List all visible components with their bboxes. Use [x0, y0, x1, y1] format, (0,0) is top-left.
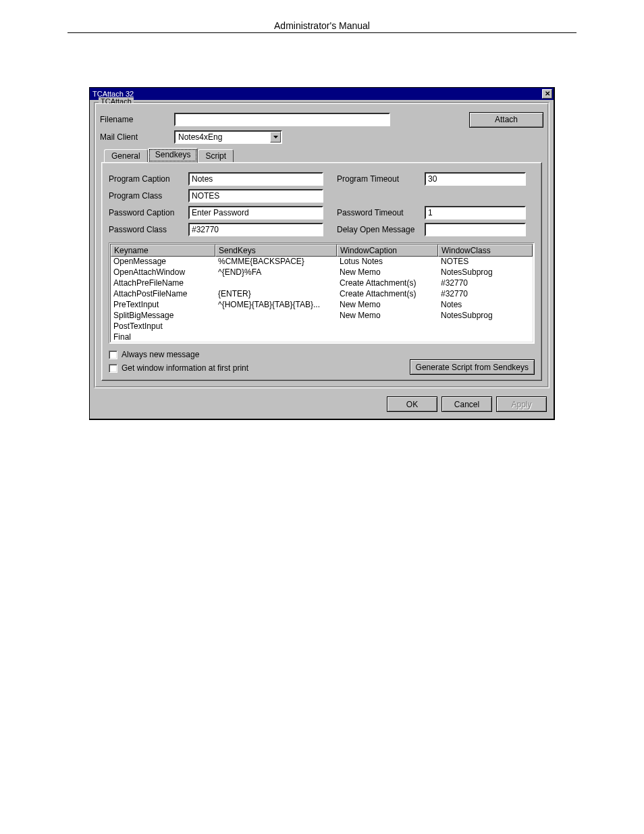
table-cell	[215, 332, 337, 342]
checkbox-icon	[109, 364, 117, 373]
table-cell: Create Attachment(s)	[337, 289, 438, 300]
chk-always-new-label: Always new message	[122, 350, 199, 359]
groupbox-label: TCAttach	[99, 97, 134, 105]
program-class-label: Program Class	[109, 191, 188, 201]
table-cell	[438, 321, 533, 332]
table-cell: ^{END}%FA	[215, 267, 337, 278]
delay-open-input[interactable]	[425, 223, 526, 236]
table-cell: NotesSubprog	[438, 311, 533, 321]
password-class-label: Password Class	[109, 225, 188, 234]
table-cell	[337, 321, 438, 332]
page-header: Administrator's Manual	[68, 20, 576, 33]
dialog-tcattach: TCAttach 32 ✕ TCAttach Filename Attach M…	[89, 87, 555, 420]
filename-input[interactable]	[174, 113, 390, 126]
chk-getwin[interactable]: Get window information at first print	[109, 363, 248, 373]
chk-getwin-label: Get window information at first print	[122, 363, 248, 373]
table-cell	[215, 278, 337, 289]
table-cell	[215, 321, 337, 332]
delay-open-label: Delay Open Message	[337, 225, 425, 234]
table-cell	[438, 332, 533, 342]
table-cell: #32770	[438, 278, 533, 289]
tab-body-sendkeys: Program Caption Program Timeout Program …	[101, 162, 542, 381]
generate-script-button[interactable]: Generate Script from Sendkeys	[410, 359, 535, 375]
table-cell: ^{HOME}{TAB}{TAB}{TAB}...	[215, 300, 337, 311]
table-cell: PostTextInput	[111, 321, 215, 332]
mailclient-label: Mail Client	[100, 132, 174, 142]
table-row[interactable]: OpenMessage%CMME{BACKSPACE}Lotus NotesNO…	[111, 257, 533, 267]
filename-label: Filename	[100, 115, 174, 124]
table-row[interactable]: Final	[111, 332, 533, 342]
table-cell: Final	[111, 332, 215, 342]
th-sendkeys[interactable]: SendKeys	[215, 244, 337, 257]
table-cell	[215, 311, 337, 321]
attach-button[interactable]: Attach	[469, 112, 543, 128]
tab-sendkeys[interactable]: Sendkeys	[148, 148, 198, 163]
chk-always-new[interactable]: Always new message	[109, 350, 199, 359]
tabs-row: General Sendkeys Script	[101, 149, 542, 162]
mailclient-value: Notes4xEng	[176, 132, 270, 142]
program-timeout-label: Program Timeout	[337, 174, 425, 184]
cancel-button[interactable]: Cancel	[441, 396, 492, 412]
th-keyname[interactable]: Keyname	[111, 244, 215, 257]
th-windowcaption[interactable]: WindowCaption	[337, 244, 438, 257]
program-timeout-input[interactable]	[425, 172, 526, 186]
table-cell: NOTES	[438, 257, 533, 267]
table-cell: AttachPostFileName	[111, 289, 215, 300]
table-row[interactable]: PreTextInput^{HOME}{TAB}{TAB}{TAB}...New…	[111, 300, 533, 311]
password-timeout-input[interactable]	[425, 206, 526, 219]
checkbox-icon	[109, 350, 117, 359]
th-windowclass[interactable]: WindowClass	[438, 244, 533, 257]
password-timeout-label: Password Timeout	[337, 208, 425, 217]
table-cell: PreTextInput	[111, 300, 215, 311]
title-bar[interactable]: TCAttach 32 ✕	[90, 88, 554, 100]
table-row[interactable]: AttachPostFileName{ENTER}Create Attachme…	[111, 289, 533, 300]
table-cell: AttachPreFileName	[111, 278, 215, 289]
close-button[interactable]: ✕	[542, 89, 552, 99]
table-row[interactable]: AttachPreFileNameCreate Attachment(s)#32…	[111, 278, 533, 289]
program-class-input[interactable]	[188, 189, 323, 203]
password-caption-label: Password Caption	[109, 208, 188, 217]
table-cell: New Memo	[337, 300, 438, 311]
table-cell: SplitBigMessage	[111, 311, 215, 321]
table-cell: Lotus Notes	[337, 257, 438, 267]
program-caption-input[interactable]	[188, 172, 323, 186]
apply-button[interactable]: Apply	[496, 396, 547, 412]
table-row[interactable]: OpenAttachWindow^{END}%FANew MemoNotesSu…	[111, 267, 533, 278]
tab-script[interactable]: Script	[198, 149, 234, 162]
table-cell: Notes	[438, 300, 533, 311]
chevron-down-icon	[270, 132, 281, 142]
table-cell: New Memo	[337, 267, 438, 278]
table-cell: New Memo	[337, 311, 438, 321]
password-caption-input[interactable]	[188, 206, 323, 219]
table-cell: %CMME{BACKSPACE}	[215, 257, 337, 267]
ok-button[interactable]: OK	[387, 396, 437, 412]
table-cell	[337, 332, 438, 342]
tab-general[interactable]: General	[104, 149, 148, 162]
password-class-input[interactable]	[188, 223, 323, 236]
svg-marker-0	[273, 136, 278, 138]
mailclient-select[interactable]: Notes4xEng	[174, 130, 282, 144]
sendkeys-table[interactable]: Keyname SendKeys WindowCaption WindowCla…	[109, 242, 535, 344]
table-row[interactable]: PostTextInput	[111, 321, 533, 332]
page-header-text: Administrator's Manual	[274, 20, 370, 31]
groupbox-tcattach: TCAttach Filename Attach Mail Client Not…	[94, 102, 549, 388]
table-cell: {ENTER}	[215, 289, 337, 300]
table-cell: #32770	[438, 289, 533, 300]
program-caption-label: Program Caption	[109, 174, 188, 184]
table-cell: OpenAttachWindow	[111, 267, 215, 278]
close-icon: ✕	[545, 90, 550, 97]
table-cell: OpenMessage	[111, 257, 215, 267]
table-cell: Create Attachment(s)	[337, 278, 438, 289]
table-row[interactable]: SplitBigMessageNew MemoNotesSubprog	[111, 311, 533, 321]
table-cell: NotesSubprog	[438, 267, 533, 278]
